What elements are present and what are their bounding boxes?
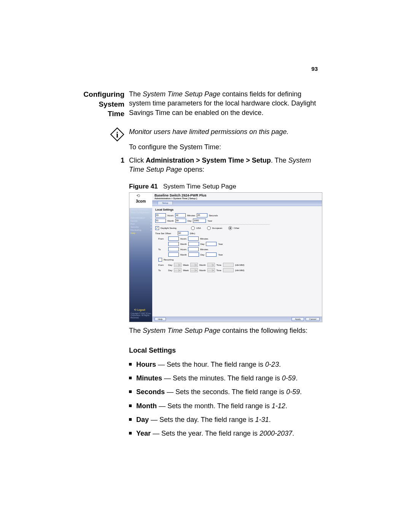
ss-daylight-label: Daylight Saving bbox=[161, 227, 177, 229]
lbl: Week bbox=[183, 264, 189, 266]
ss-hours-input[interactable]: 03 bbox=[155, 213, 166, 217]
lbl: Week bbox=[183, 269, 189, 272]
ss-from-hours[interactable] bbox=[168, 236, 179, 241]
lbl: Day bbox=[201, 254, 205, 256]
text: — Sets the day. The field range is bbox=[149, 416, 255, 423]
text-italic: 2000-2037 bbox=[260, 430, 292, 437]
lbl: Day bbox=[201, 243, 205, 245]
ss-logo-icon: ⟲ bbox=[136, 193, 140, 198]
bullet-icon bbox=[129, 390, 132, 393]
ss-nav-port[interactable]: Port▸ bbox=[131, 222, 152, 225]
text-bold: Minutes bbox=[136, 374, 162, 382]
figure-label: Figure 41 bbox=[129, 183, 158, 190]
lbl: Day bbox=[168, 264, 172, 266]
lbl: Year bbox=[218, 243, 223, 245]
text-bold: Administration > System Time > Setup bbox=[146, 157, 271, 164]
ss-year-label: Year bbox=[207, 220, 212, 222]
ss-to-hours[interactable] bbox=[168, 247, 179, 251]
ss-radio-usa[interactable] bbox=[191, 226, 195, 230]
ss-r-to-time[interactable] bbox=[223, 268, 234, 272]
list-item: Minutes — Sets the minutes. The field ra… bbox=[129, 374, 318, 383]
text: Click bbox=[129, 157, 146, 164]
text: . bbox=[285, 402, 287, 410]
ss-nav-security[interactable]: Security▸ bbox=[131, 225, 152, 228]
ss-r-to-week[interactable]: ----▾ bbox=[190, 268, 198, 272]
ss-european-label: European bbox=[212, 227, 222, 229]
list-item: Month — Sets the month. The field range … bbox=[129, 401, 318, 411]
ss-other-label: Other bbox=[234, 227, 239, 229]
ss-month-label: Month bbox=[167, 220, 174, 222]
text-bold: Month bbox=[136, 402, 157, 410]
ss-recurring-checkbox[interactable] bbox=[158, 258, 162, 262]
ss-nav: Device Summary Save Configuration Admini… bbox=[131, 208, 152, 235]
text-italic: System Time Setup Page bbox=[143, 90, 220, 98]
ss-apply-button[interactable]: Apply bbox=[292, 317, 304, 321]
ss-help-button[interactable]: Help bbox=[155, 317, 166, 321]
ss-r-to-month[interactable]: ----▾ bbox=[207, 268, 215, 272]
ss-to-label: To bbox=[158, 248, 167, 251]
ss-nav-help[interactable]: Help bbox=[131, 232, 152, 235]
info-note: Monitor users have limited permissions o… bbox=[129, 127, 318, 136]
ss-offset-input[interactable]: 60 bbox=[178, 231, 188, 235]
ss-hours-label: Hours bbox=[167, 214, 174, 217]
text: contains the following fields: bbox=[220, 327, 307, 334]
ss-nav-device-summary[interactable]: Device Summary bbox=[131, 208, 152, 211]
lbl: Hours bbox=[180, 248, 186, 251]
ss-seconds-label: Seconds bbox=[209, 214, 218, 217]
ss-r-from-month[interactable]: ----▾ bbox=[207, 263, 215, 267]
ss-from-year[interactable] bbox=[206, 242, 217, 246]
ss-minutes-input[interactable]: 42 bbox=[175, 213, 186, 217]
ss-r-from-time[interactable] bbox=[223, 263, 234, 267]
lbl: (HH:MM) bbox=[235, 269, 244, 272]
ss-from-month[interactable] bbox=[168, 242, 179, 246]
ss-month-input[interactable]: 01 bbox=[155, 219, 166, 223]
section-heading-line2: Time bbox=[58, 109, 124, 119]
text-bold: Year bbox=[136, 430, 151, 437]
text: — Sets the minutes. The field range is bbox=[162, 374, 282, 382]
text: — Sets the month. The field range is bbox=[157, 402, 272, 410]
ss-to-day[interactable] bbox=[188, 252, 199, 257]
ss-nav-monitoring[interactable]: Monitoring▸ bbox=[131, 228, 152, 232]
section-heading: Configuring System Time bbox=[58, 89, 129, 119]
ss-radio-european[interactable] bbox=[207, 226, 211, 230]
text-bold: Hours bbox=[136, 361, 156, 368]
ss-tab-setup[interactable]: Setup bbox=[158, 201, 173, 204]
ss-nav-device[interactable]: Device▸ bbox=[131, 219, 152, 222]
ss-nav-save-config[interactable]: Save Configuration bbox=[131, 211, 152, 214]
ss-from-minutes[interactable] bbox=[188, 236, 199, 241]
text: . bbox=[269, 416, 271, 423]
ss-to-month[interactable] bbox=[168, 252, 179, 257]
step-number: 1 bbox=[58, 156, 129, 174]
lbl: Month bbox=[180, 243, 187, 245]
ss-daylight-checkbox[interactable]: ✓ bbox=[155, 226, 159, 230]
ss-year-input[interactable]: 2000 bbox=[193, 219, 206, 223]
ss-copyright: Copyright © 2007 3Com Corporation. All R… bbox=[131, 313, 152, 319]
ss-offset-label: Time Set Offset bbox=[155, 232, 176, 235]
text: . bbox=[296, 374, 298, 382]
ss-day-input[interactable]: 09 bbox=[175, 219, 186, 223]
bullet-icon bbox=[129, 418, 132, 421]
ss-r-from-week[interactable]: ----▾ bbox=[190, 263, 198, 267]
ss-from-label: From bbox=[158, 238, 167, 240]
ss-main: Baseline Switch 2924-PWR Plus Administra… bbox=[152, 193, 322, 322]
ss-r-to-day[interactable]: ----▾ bbox=[174, 268, 182, 272]
list-item: Day — Sets the day. The field range is 1… bbox=[129, 415, 318, 424]
lbl: Month bbox=[199, 264, 206, 266]
ss-nav-administration[interactable]: Administration▸ bbox=[131, 216, 152, 219]
ss-to-year[interactable] bbox=[206, 252, 217, 257]
ss-seconds-input[interactable]: 25 bbox=[197, 213, 207, 217]
ss-radio-other[interactable] bbox=[228, 226, 232, 230]
ss-from-day[interactable] bbox=[188, 242, 199, 246]
text: . The bbox=[271, 157, 288, 164]
text: — Sets the hour. The field range is bbox=[156, 361, 265, 368]
lbl: Time bbox=[217, 264, 221, 266]
ss-to-minutes[interactable] bbox=[188, 247, 199, 251]
ss-cancel-button[interactable]: Cancel bbox=[306, 317, 320, 321]
ss-device-title: Baseline Switch 2924-PWR Plus bbox=[152, 193, 322, 197]
text: — Sets the seconds. The field range is bbox=[165, 388, 286, 396]
text-bold: Day bbox=[136, 416, 149, 423]
text: — Sets the year. The field range is bbox=[151, 430, 260, 437]
lbl: Time bbox=[217, 269, 221, 272]
ss-r-from-day[interactable]: ----▾ bbox=[174, 263, 182, 267]
ss-logout[interactable]: Logout bbox=[134, 308, 145, 311]
